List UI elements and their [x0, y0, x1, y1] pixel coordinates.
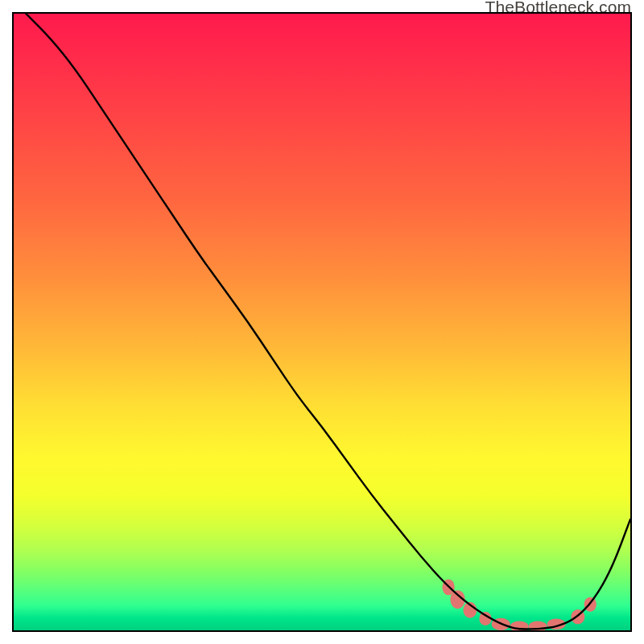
plot-area: [12, 12, 632, 632]
gradient-background: [14, 14, 630, 630]
chart-container: TheBottleneck.com: [0, 0, 644, 644]
